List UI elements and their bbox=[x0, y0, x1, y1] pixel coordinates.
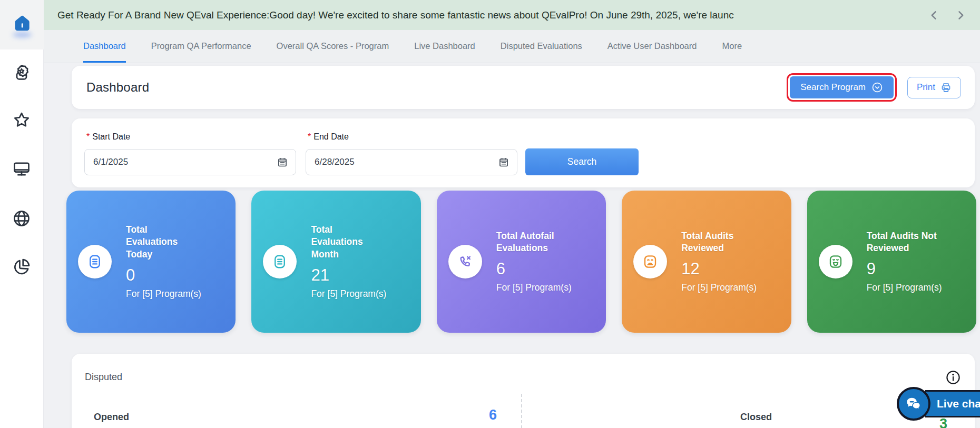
end-date-value: 6/28/2025 bbox=[315, 157, 355, 167]
sidebar-item-web[interactable] bbox=[9, 207, 34, 232]
stat-title: Total Evaluations Month bbox=[311, 224, 381, 260]
stat-value: 0 bbox=[126, 266, 205, 285]
tab-more[interactable]: More bbox=[722, 30, 742, 63]
banner-next-button[interactable] bbox=[955, 9, 966, 21]
search-button[interactable]: Search bbox=[525, 148, 639, 175]
live-chat-widget[interactable]: Live chat bbox=[897, 387, 980, 421]
stat-title: Total Audits Reviewed bbox=[681, 230, 752, 254]
star-icon bbox=[12, 111, 31, 132]
main-content: Dashboard Search Program Print *Start bbox=[44, 63, 980, 428]
banner-prev-button[interactable] bbox=[928, 9, 940, 21]
evaluation-list-icon bbox=[263, 245, 297, 278]
disputed-title: Disputed bbox=[85, 372, 122, 383]
stat-value: 6 bbox=[496, 260, 575, 278]
calendar-icon[interactable] bbox=[277, 157, 288, 167]
start-date-value: 6/1/2025 bbox=[93, 157, 128, 167]
end-date-input[interactable]: 6/28/2025 bbox=[306, 149, 517, 175]
stat-value: 21 bbox=[311, 266, 390, 285]
stat-footer: For [5] Program(s) bbox=[496, 282, 575, 293]
monitor-icon bbox=[12, 160, 31, 181]
globe-icon bbox=[12, 209, 31, 230]
page-header-card: Dashboard Search Program Print bbox=[72, 66, 975, 109]
stat-card-total-evaluations-today[interactable]: Total Evaluations Today 0 For [5] Progra… bbox=[66, 191, 236, 333]
print-button[interactable]: Print bbox=[907, 77, 961, 98]
stat-footer: For [5] Program(s) bbox=[311, 288, 390, 300]
required-asterisk: * bbox=[308, 132, 311, 141]
column-divider bbox=[521, 394, 522, 428]
start-date-input[interactable]: 6/1/2025 bbox=[84, 149, 296, 175]
page-title: Dashboard bbox=[86, 80, 149, 95]
stat-value: 12 bbox=[681, 260, 760, 278]
stat-title: Total Autofail Evaluations bbox=[496, 230, 567, 254]
search-program-label: Search Program bbox=[800, 82, 866, 93]
happy-face-icon bbox=[819, 245, 852, 278]
stat-card-total-audits-reviewed[interactable]: Total Audits Reviewed 12 For [5] Program… bbox=[622, 191, 791, 333]
quality-badge-icon bbox=[12, 63, 31, 84]
required-asterisk: * bbox=[86, 132, 90, 141]
closed-label: Closed bbox=[740, 412, 772, 423]
sad-face-icon bbox=[633, 245, 667, 278]
chat-bubbles-icon bbox=[897, 387, 930, 421]
info-icon[interactable] bbox=[945, 370, 961, 385]
stat-footer: For [5] Program(s) bbox=[126, 288, 205, 300]
disputed-section-card: Disputed Opened 6 Closed 3 bbox=[72, 354, 975, 428]
tab-live-dashboard[interactable]: Live Dashboard bbox=[414, 30, 475, 63]
print-label: Print bbox=[917, 82, 935, 93]
sidebar-item-reports[interactable] bbox=[9, 255, 34, 281]
chevron-down-circle-icon bbox=[871, 82, 883, 93]
start-date-label: *Start Date bbox=[86, 132, 130, 142]
stat-card-total-autofail-evaluations[interactable]: Total Autofail Evaluations 6 For [5] Pro… bbox=[437, 191, 606, 333]
stat-footer: For [5] Program(s) bbox=[681, 282, 760, 293]
evaluation-list-icon bbox=[78, 245, 112, 278]
calendar-icon[interactable] bbox=[498, 157, 509, 167]
tab-overall-qa-scores-program[interactable]: Overall QA Scores - Program bbox=[277, 30, 389, 63]
announcement-banner: Get Ready For A Brand New QEval Experien… bbox=[44, 0, 980, 30]
missed-call-icon bbox=[448, 245, 482, 278]
printer-icon bbox=[940, 82, 952, 93]
announcement-text: Get Ready For A Brand New QEval Experien… bbox=[57, 9, 879, 21]
sidebar-item-live-monitor[interactable] bbox=[9, 157, 34, 183]
tab-disputed-evaluations[interactable]: Disputed Evaluations bbox=[501, 30, 582, 63]
end-date-label: *End Date bbox=[308, 132, 349, 142]
stat-card-total-audits-not-reviewed[interactable]: Total Audits Not Reviewed 9 For [5] Prog… bbox=[807, 191, 976, 333]
stat-title: Total Audits Not Reviewed bbox=[867, 230, 937, 254]
tab-program-qa-performance[interactable]: Program QA Performance bbox=[151, 30, 251, 63]
live-chat-label: Live chat bbox=[925, 390, 980, 417]
tab-dashboard[interactable]: Dashboard bbox=[83, 30, 126, 63]
sidebar-item-favorites[interactable] bbox=[9, 108, 34, 134]
tab-active-user-dashboard[interactable]: Active User Dashboard bbox=[607, 30, 697, 63]
stat-title: Total Evaluations Today bbox=[126, 224, 197, 260]
app-logo-block[interactable] bbox=[0, 0, 44, 49]
sidebar bbox=[0, 0, 44, 428]
opened-value: 6 bbox=[489, 407, 497, 423]
qeval-dashboard-page: Get Ready For A Brand New QEval Experien… bbox=[0, 0, 980, 428]
sidebar-item-quality-badge[interactable] bbox=[9, 61, 34, 86]
search-program-button[interactable]: Search Program bbox=[790, 76, 894, 98]
stat-value: 9 bbox=[867, 260, 946, 278]
pie-chart-icon bbox=[12, 257, 31, 278]
stat-card-row: Total Evaluations Today 0 For [5] Progra… bbox=[66, 191, 976, 333]
top-nav-tabs: Dashboard Program QA Performance Overall… bbox=[44, 30, 980, 63]
date-filter-card: *Start Date *End Date 6/1/2025 6/28/2025… bbox=[72, 118, 975, 187]
stat-footer: For [5] Program(s) bbox=[867, 282, 946, 293]
opened-label: Opened bbox=[94, 412, 129, 423]
stat-card-total-evaluations-month[interactable]: Total Evaluations Month 21 For [5] Progr… bbox=[251, 191, 420, 333]
